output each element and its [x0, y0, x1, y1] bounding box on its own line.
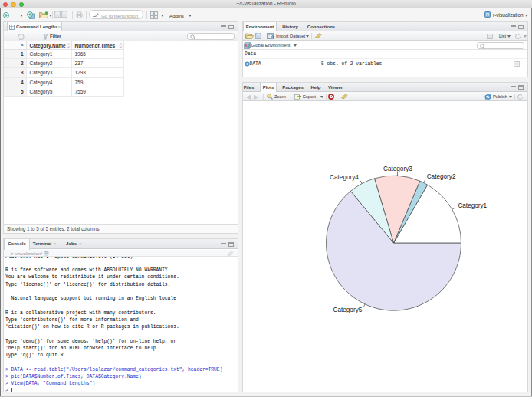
svg-text:R: R: [44, 251, 48, 255]
svg-text:Category4: Category4: [330, 174, 359, 181]
svg-text:Category5: Category5: [333, 307, 363, 313]
svg-text:Category1: Category1: [458, 202, 487, 209]
svg-text:R: R: [486, 11, 490, 17]
svg-text:Category3: Category3: [383, 166, 412, 172]
svg-text:Category2: Category2: [427, 173, 456, 180]
